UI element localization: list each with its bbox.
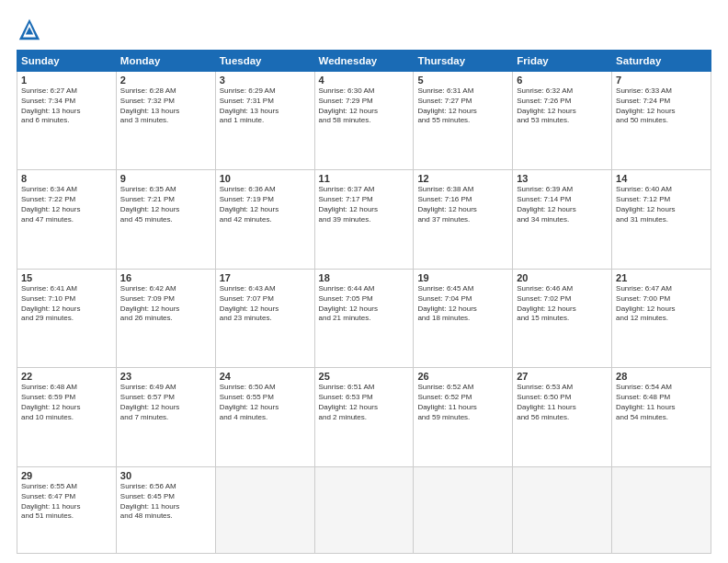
calendar-header-row: SundayMondayTuesdayWednesdayThursdayFrid…: [17, 51, 711, 72]
calendar-cell: 21Sunrise: 6:47 AM Sunset: 7:00 PM Dayli…: [612, 269, 711, 367]
calendar-week-2: 8Sunrise: 6:34 AM Sunset: 7:22 PM Daylig…: [17, 170, 711, 269]
day-number: 3: [220, 75, 311, 86]
day-info: Sunrise: 6:41 AM Sunset: 7:10 PM Dayligh…: [21, 284, 112, 324]
calendar-cell: 19Sunrise: 6:45 AM Sunset: 7:04 PM Dayli…: [414, 269, 513, 367]
calendar-cell: 29Sunrise: 6:55 AM Sunset: 6:47 PM Dayli…: [17, 466, 117, 553]
day-number: 27: [517, 371, 608, 382]
calendar-cell: 6Sunrise: 6:32 AM Sunset: 7:26 PM Daylig…: [513, 72, 612, 170]
calendar-cell: 14Sunrise: 6:40 AM Sunset: 7:12 PM Dayli…: [612, 170, 711, 269]
day-header-sunday: Sunday: [17, 51, 117, 72]
day-number: 6: [517, 75, 608, 86]
day-number: 30: [120, 470, 211, 481]
calendar-cell: 28Sunrise: 6:54 AM Sunset: 6:48 PM Dayli…: [612, 368, 711, 466]
day-info: Sunrise: 6:30 AM Sunset: 7:29 PM Dayligh…: [319, 86, 410, 126]
day-info: Sunrise: 6:46 AM Sunset: 7:02 PM Dayligh…: [517, 284, 608, 324]
day-number: 21: [616, 272, 707, 283]
day-info: Sunrise: 6:34 AM Sunset: 7:22 PM Dayligh…: [21, 185, 112, 224]
calendar-cell: 26Sunrise: 6:52 AM Sunset: 6:52 PM Dayli…: [414, 368, 513, 466]
calendar-week-1: 1Sunrise: 6:27 AM Sunset: 7:34 PM Daylig…: [17, 72, 711, 170]
day-info: Sunrise: 6:40 AM Sunset: 7:12 PM Dayligh…: [616, 185, 707, 224]
day-info: Sunrise: 6:49 AM Sunset: 6:57 PM Dayligh…: [120, 383, 211, 422]
day-info: Sunrise: 6:29 AM Sunset: 7:31 PM Dayligh…: [220, 86, 311, 126]
calendar-cell: 4Sunrise: 6:30 AM Sunset: 7:29 PM Daylig…: [314, 72, 414, 170]
day-info: Sunrise: 6:55 AM Sunset: 6:47 PM Dayligh…: [21, 482, 112, 522]
day-info: Sunrise: 6:52 AM Sunset: 6:52 PM Dayligh…: [417, 383, 508, 422]
calendar-cell: 7Sunrise: 6:33 AM Sunset: 7:24 PM Daylig…: [612, 72, 711, 170]
day-info: Sunrise: 6:51 AM Sunset: 6:53 PM Dayligh…: [319, 383, 410, 422]
day-number: 16: [120, 272, 211, 283]
day-info: Sunrise: 6:27 AM Sunset: 7:34 PM Dayligh…: [21, 86, 112, 126]
day-number: 19: [417, 272, 508, 283]
calendar-cell: 22Sunrise: 6:48 AM Sunset: 6:59 PM Dayli…: [17, 368, 117, 466]
day-info: Sunrise: 6:43 AM Sunset: 7:07 PM Dayligh…: [220, 284, 311, 324]
day-info: Sunrise: 6:56 AM Sunset: 6:45 PM Dayligh…: [120, 482, 211, 522]
day-number: 8: [21, 173, 112, 184]
calendar-cell: 3Sunrise: 6:29 AM Sunset: 7:31 PM Daylig…: [215, 72, 314, 170]
page: SundayMondayTuesdayWednesdayThursdayFrid…: [0, 0, 728, 563]
calendar-cell: 25Sunrise: 6:51 AM Sunset: 6:53 PM Dayli…: [314, 368, 414, 466]
day-number: 12: [417, 173, 508, 184]
calendar-cell: 27Sunrise: 6:53 AM Sunset: 6:50 PM Dayli…: [513, 368, 612, 466]
day-info: Sunrise: 6:33 AM Sunset: 7:24 PM Dayligh…: [616, 86, 707, 126]
day-number: 29: [21, 470, 112, 481]
day-number: 18: [319, 272, 410, 283]
day-info: Sunrise: 6:44 AM Sunset: 7:05 PM Dayligh…: [319, 284, 410, 324]
calendar-body: 1Sunrise: 6:27 AM Sunset: 7:34 PM Daylig…: [17, 72, 711, 554]
day-number: 13: [517, 173, 608, 184]
calendar-cell: 1Sunrise: 6:27 AM Sunset: 7:34 PM Daylig…: [17, 72, 117, 170]
day-info: Sunrise: 6:35 AM Sunset: 7:21 PM Dayligh…: [120, 185, 211, 224]
day-number: 15: [21, 272, 112, 283]
day-header-thursday: Thursday: [414, 51, 513, 72]
calendar-cell: 15Sunrise: 6:41 AM Sunset: 7:10 PM Dayli…: [17, 269, 117, 367]
day-info: Sunrise: 6:37 AM Sunset: 7:17 PM Dayligh…: [319, 185, 410, 224]
day-header-monday: Monday: [116, 51, 215, 72]
day-number: 24: [220, 371, 311, 382]
calendar-week-4: 22Sunrise: 6:48 AM Sunset: 6:59 PM Dayli…: [17, 368, 711, 466]
day-number: 25: [319, 371, 410, 382]
calendar-cell: 30Sunrise: 6:56 AM Sunset: 6:45 PM Dayli…: [116, 466, 215, 553]
day-info: Sunrise: 6:28 AM Sunset: 7:32 PM Dayligh…: [120, 86, 211, 126]
day-info: Sunrise: 6:48 AM Sunset: 6:59 PM Dayligh…: [21, 383, 112, 422]
calendar-cell: 8Sunrise: 6:34 AM Sunset: 7:22 PM Daylig…: [17, 170, 117, 269]
header: [17, 17, 711, 42]
calendar-cell: 2Sunrise: 6:28 AM Sunset: 7:32 PM Daylig…: [116, 72, 215, 170]
day-info: Sunrise: 6:39 AM Sunset: 7:14 PM Dayligh…: [517, 185, 608, 224]
day-number: 10: [220, 173, 311, 184]
day-info: Sunrise: 6:38 AM Sunset: 7:16 PM Dayligh…: [417, 185, 508, 224]
day-number: 20: [517, 272, 608, 283]
day-number: 26: [417, 371, 508, 382]
day-info: Sunrise: 6:53 AM Sunset: 6:50 PM Dayligh…: [517, 383, 608, 422]
calendar-cell: 17Sunrise: 6:43 AM Sunset: 7:07 PM Dayli…: [215, 269, 314, 367]
day-info: Sunrise: 6:47 AM Sunset: 7:00 PM Dayligh…: [616, 284, 707, 324]
day-number: 7: [616, 75, 707, 86]
day-info: Sunrise: 6:50 AM Sunset: 6:55 PM Dayligh…: [220, 383, 311, 422]
calendar-cell: 13Sunrise: 6:39 AM Sunset: 7:14 PM Dayli…: [513, 170, 612, 269]
calendar-cell: [612, 466, 711, 553]
calendar-cell: 16Sunrise: 6:42 AM Sunset: 7:09 PM Dayli…: [116, 269, 215, 367]
calendar-cell: 5Sunrise: 6:31 AM Sunset: 7:27 PM Daylig…: [414, 72, 513, 170]
calendar-week-3: 15Sunrise: 6:41 AM Sunset: 7:10 PM Dayli…: [17, 269, 711, 367]
day-header-tuesday: Tuesday: [215, 51, 314, 72]
day-info: Sunrise: 6:32 AM Sunset: 7:26 PM Dayligh…: [517, 86, 608, 126]
day-info: Sunrise: 6:54 AM Sunset: 6:48 PM Dayligh…: [616, 383, 707, 422]
day-number: 17: [220, 272, 311, 283]
calendar-week-5: 29Sunrise: 6:55 AM Sunset: 6:47 PM Dayli…: [17, 466, 711, 553]
calendar-table: SundayMondayTuesdayWednesdayThursdayFrid…: [17, 50, 711, 554]
calendar-cell: [314, 466, 414, 553]
calendar-cell: 10Sunrise: 6:36 AM Sunset: 7:19 PM Dayli…: [215, 170, 314, 269]
calendar-cell: 24Sunrise: 6:50 AM Sunset: 6:55 PM Dayli…: [215, 368, 314, 466]
day-number: 4: [319, 75, 410, 86]
calendar-cell: [215, 466, 314, 553]
day-number: 28: [616, 371, 707, 382]
calendar-cell: [414, 466, 513, 553]
calendar-cell: 9Sunrise: 6:35 AM Sunset: 7:21 PM Daylig…: [116, 170, 215, 269]
calendar-cell: 18Sunrise: 6:44 AM Sunset: 7:05 PM Dayli…: [314, 269, 414, 367]
day-header-wednesday: Wednesday: [314, 51, 414, 72]
day-header-friday: Friday: [513, 51, 612, 72]
day-info: Sunrise: 6:36 AM Sunset: 7:19 PM Dayligh…: [220, 185, 311, 224]
day-info: Sunrise: 6:42 AM Sunset: 7:09 PM Dayligh…: [120, 284, 211, 324]
day-number: 22: [21, 371, 112, 382]
day-number: 23: [120, 371, 211, 382]
day-info: Sunrise: 6:31 AM Sunset: 7:27 PM Dayligh…: [417, 86, 508, 126]
calendar-cell: 20Sunrise: 6:46 AM Sunset: 7:02 PM Dayli…: [513, 269, 612, 367]
